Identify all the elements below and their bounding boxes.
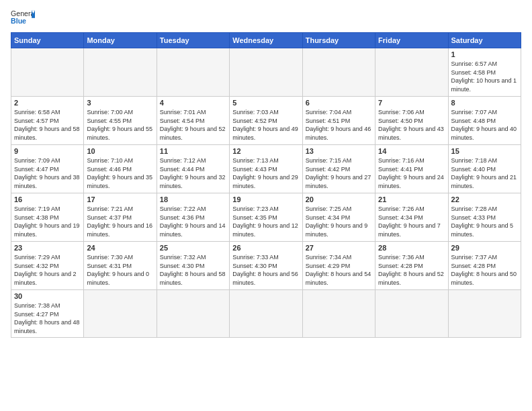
day-number: 2	[14, 99, 81, 107]
day-number: 21	[378, 195, 445, 203]
calendar-cell: 17Sunrise: 7:21 AMSunset: 4:37 PMDayligh…	[84, 193, 157, 242]
day-info: Sunrise: 7:13 AMSunset: 4:43 PMDaylight:…	[232, 156, 299, 190]
svg-text:General: General	[11, 9, 35, 17]
weekday-header-friday: Friday	[375, 33, 448, 48]
header: General Blue	[11, 8, 521, 27]
weekday-header-wednesday: Wednesday	[230, 33, 302, 48]
day-number: 3	[87, 99, 153, 107]
calendar-cell: 21Sunrise: 7:26 AMSunset: 4:34 PMDayligh…	[375, 193, 448, 242]
day-info: Sunrise: 7:01 AMSunset: 4:54 PMDaylight:…	[160, 108, 226, 142]
day-info: Sunrise: 7:07 AMSunset: 4:48 PMDaylight:…	[451, 108, 518, 142]
day-number: 22	[451, 195, 518, 203]
calendar-cell: 14Sunrise: 7:16 AMSunset: 4:41 PMDayligh…	[375, 145, 448, 193]
day-info: Sunrise: 7:21 AMSunset: 4:37 PMDaylight:…	[87, 205, 153, 238]
calendar-cell	[230, 290, 302, 338]
day-info: Sunrise: 7:33 AMSunset: 4:30 PMDaylight:…	[232, 253, 299, 287]
day-info: Sunrise: 7:00 AMSunset: 4:55 PMDaylight:…	[87, 108, 153, 142]
day-number: 5	[232, 99, 299, 107]
day-number: 14	[378, 147, 445, 155]
day-number: 12	[232, 147, 299, 155]
calendar-cell	[157, 290, 229, 338]
day-info: Sunrise: 7:37 AMSunset: 4:28 PMDaylight:…	[451, 253, 518, 287]
weekday-header-tuesday: Tuesday	[157, 33, 229, 48]
day-number: 20	[306, 195, 372, 203]
calendar-cell	[11, 48, 84, 97]
calendar-cell: 19Sunrise: 7:23 AMSunset: 4:35 PMDayligh…	[230, 193, 302, 242]
calendar-cell: 6Sunrise: 7:04 AMSunset: 4:51 PMDaylight…	[302, 97, 375, 145]
calendar-cell: 1Sunrise: 6:57 AMSunset: 4:58 PMDaylight…	[448, 48, 521, 97]
calendar-week-row: 16Sunrise: 7:19 AMSunset: 4:38 PMDayligh…	[11, 193, 521, 242]
calendar-header-row: SundayMondayTuesdayWednesdayThursdayFrid…	[11, 33, 521, 48]
calendar-cell: 23Sunrise: 7:29 AMSunset: 4:32 PMDayligh…	[11, 242, 84, 290]
day-number: 24	[87, 244, 153, 252]
calendar-cell: 26Sunrise: 7:33 AMSunset: 4:30 PMDayligh…	[230, 242, 302, 290]
calendar-cell: 16Sunrise: 7:19 AMSunset: 4:38 PMDayligh…	[11, 193, 84, 242]
calendar-cell: 8Sunrise: 7:07 AMSunset: 4:48 PMDaylight…	[448, 97, 521, 145]
calendar-cell: 4Sunrise: 7:01 AMSunset: 4:54 PMDaylight…	[157, 97, 229, 145]
calendar-cell	[84, 290, 157, 338]
day-info: Sunrise: 7:26 AMSunset: 4:34 PMDaylight:…	[378, 205, 445, 238]
day-number: 28	[378, 244, 445, 252]
day-number: 23	[14, 244, 81, 252]
calendar-cell: 10Sunrise: 7:10 AMSunset: 4:46 PMDayligh…	[84, 145, 157, 193]
day-number: 9	[14, 147, 81, 155]
weekday-header-monday: Monday	[84, 33, 157, 48]
calendar-week-row: 23Sunrise: 7:29 AMSunset: 4:32 PMDayligh…	[11, 242, 521, 290]
calendar-cell: 5Sunrise: 7:03 AMSunset: 4:52 PMDaylight…	[230, 97, 302, 145]
day-number: 19	[232, 195, 299, 203]
calendar-cell	[230, 48, 302, 97]
calendar-cell	[84, 48, 157, 97]
day-info: Sunrise: 7:38 AMSunset: 4:27 PMDaylight:…	[14, 302, 81, 335]
day-info: Sunrise: 7:22 AMSunset: 4:36 PMDaylight:…	[160, 205, 226, 238]
day-info: Sunrise: 7:09 AMSunset: 4:47 PMDaylight:…	[14, 156, 81, 190]
day-info: Sunrise: 7:16 AMSunset: 4:41 PMDaylight:…	[378, 156, 445, 190]
calendar-cell: 3Sunrise: 7:00 AMSunset: 4:55 PMDaylight…	[84, 97, 157, 145]
day-number: 13	[306, 147, 372, 155]
calendar-week-row: 1Sunrise: 6:57 AMSunset: 4:58 PMDaylight…	[11, 48, 521, 97]
calendar-cell: 25Sunrise: 7:32 AMSunset: 4:30 PMDayligh…	[157, 242, 229, 290]
calendar-cell: 24Sunrise: 7:30 AMSunset: 4:31 PMDayligh…	[84, 242, 157, 290]
day-number: 25	[160, 244, 226, 252]
calendar-week-row: 30Sunrise: 7:38 AMSunset: 4:27 PMDayligh…	[11, 290, 521, 338]
day-number: 6	[306, 99, 372, 107]
calendar-cell: 27Sunrise: 7:34 AMSunset: 4:29 PMDayligh…	[302, 242, 375, 290]
day-info: Sunrise: 7:36 AMSunset: 4:28 PMDaylight:…	[378, 253, 445, 287]
day-number: 15	[451, 147, 518, 155]
day-info: Sunrise: 7:15 AMSunset: 4:42 PMDaylight:…	[306, 156, 372, 190]
day-info: Sunrise: 7:03 AMSunset: 4:52 PMDaylight:…	[232, 108, 299, 142]
weekday-header-saturday: Saturday	[448, 33, 521, 48]
weekday-header-thursday: Thursday	[302, 33, 375, 48]
day-number: 17	[87, 195, 153, 203]
calendar-cell: 7Sunrise: 7:06 AMSunset: 4:50 PMDaylight…	[375, 97, 448, 145]
weekday-header-sunday: Sunday	[11, 33, 84, 48]
day-number: 16	[14, 195, 81, 203]
calendar-week-row: 2Sunrise: 6:58 AMSunset: 4:57 PMDaylight…	[11, 97, 521, 145]
day-number: 26	[232, 244, 299, 252]
calendar-cell: 22Sunrise: 7:28 AMSunset: 4:33 PMDayligh…	[448, 193, 521, 242]
svg-text:Blue: Blue	[11, 17, 26, 25]
calendar-cell: 12Sunrise: 7:13 AMSunset: 4:43 PMDayligh…	[230, 145, 302, 193]
logo: General Blue	[11, 8, 35, 27]
generalblue-logo-icon: General Blue	[11, 8, 35, 27]
day-info: Sunrise: 7:12 AMSunset: 4:44 PMDaylight:…	[160, 156, 226, 190]
calendar-cell	[302, 290, 375, 338]
day-number: 10	[87, 147, 153, 155]
calendar-cell: 2Sunrise: 6:58 AMSunset: 4:57 PMDaylight…	[11, 97, 84, 145]
calendar-cell: 30Sunrise: 7:38 AMSunset: 4:27 PMDayligh…	[11, 290, 84, 338]
calendar-cell: 20Sunrise: 7:25 AMSunset: 4:34 PMDayligh…	[302, 193, 375, 242]
calendar-cell: 9Sunrise: 7:09 AMSunset: 4:47 PMDaylight…	[11, 145, 84, 193]
calendar-cell: 18Sunrise: 7:22 AMSunset: 4:36 PMDayligh…	[157, 193, 229, 242]
day-info: Sunrise: 7:23 AMSunset: 4:35 PMDaylight:…	[232, 205, 299, 238]
day-number: 18	[160, 195, 226, 203]
calendar-cell: 15Sunrise: 7:18 AMSunset: 4:40 PMDayligh…	[448, 145, 521, 193]
calendar-week-row: 9Sunrise: 7:09 AMSunset: 4:47 PMDaylight…	[11, 145, 521, 193]
calendar-cell	[375, 290, 448, 338]
day-number: 1	[451, 50, 518, 58]
day-info: Sunrise: 7:10 AMSunset: 4:46 PMDaylight:…	[87, 156, 153, 190]
calendar-table: SundayMondayTuesdayWednesdayThursdayFrid…	[11, 32, 521, 338]
day-info: Sunrise: 7:04 AMSunset: 4:51 PMDaylight:…	[306, 108, 372, 142]
calendar-cell: 28Sunrise: 7:36 AMSunset: 4:28 PMDayligh…	[375, 242, 448, 290]
day-number: 8	[451, 99, 518, 107]
day-info: Sunrise: 7:30 AMSunset: 4:31 PMDaylight:…	[87, 253, 153, 287]
calendar-cell	[157, 48, 229, 97]
